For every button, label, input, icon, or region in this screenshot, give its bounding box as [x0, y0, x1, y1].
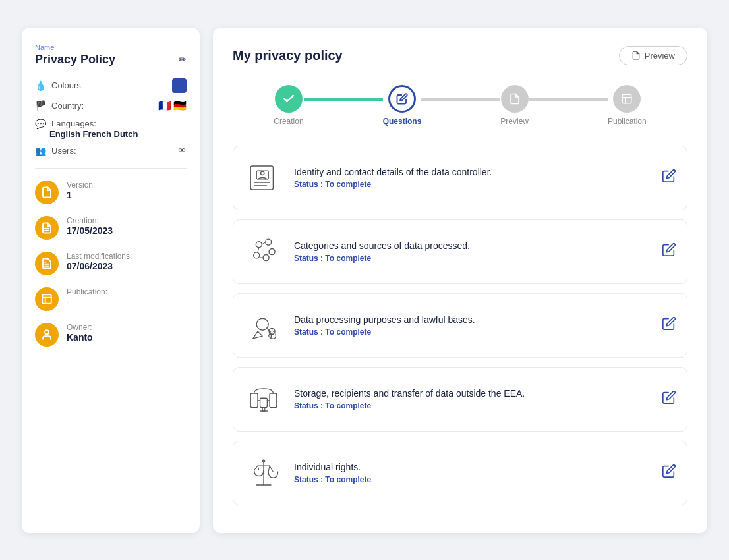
last-mod-text: Last modifications: 07/06/2023	[67, 252, 132, 271]
creation-icon	[35, 216, 59, 240]
divider	[35, 168, 187, 169]
publication-text: Publication: -	[67, 287, 107, 307]
svg-point-16	[256, 241, 262, 247]
check-icon	[282, 92, 295, 105]
languages-row: 💬 Languages: English French Dutch	[35, 119, 187, 139]
card-status-1: Status : To complete	[294, 180, 651, 189]
step-circle-questions	[388, 85, 416, 113]
colours-label: Colours:	[51, 80, 83, 90]
step-label-questions: Questions	[383, 117, 422, 126]
card-icon-2	[244, 232, 283, 271]
creation-text: Creation: 17/05/2023	[67, 216, 113, 236]
svg-rect-33	[270, 393, 277, 408]
edit-icon[interactable]: ✏	[179, 54, 187, 65]
country-row: 🏴 Country: 🇫🇷 🇩🇪	[35, 99, 187, 112]
card-title-2: Categories and sources of data processed…	[294, 240, 651, 251]
edit-card-3[interactable]	[662, 316, 676, 334]
owner-block: Owner: Kanto	[35, 323, 187, 347]
colour-swatch	[172, 78, 187, 93]
question-card-3: Data processing purposes and lawful base…	[233, 293, 687, 358]
edit-card-1[interactable]	[662, 169, 676, 186]
colours-row: 💧 Colours:	[35, 78, 187, 93]
step-preview: Preview	[500, 85, 529, 126]
card-icon-3	[244, 306, 283, 345]
card-content-3: Data processing purposes and lawful base…	[294, 314, 651, 337]
svg-rect-31	[250, 393, 258, 408]
svg-rect-8	[623, 94, 632, 103]
languages-value: English French Dutch	[49, 129, 187, 139]
version-text: Version: 1	[67, 181, 95, 200]
question-card-2: Categories and sources of data processed…	[233, 219, 687, 284]
page-title: My privacy policy	[233, 48, 343, 63]
step-questions: Questions	[383, 85, 422, 126]
publish-icon	[621, 93, 633, 105]
publication-block: Publication: -	[35, 287, 187, 311]
svg-rect-32	[260, 398, 268, 407]
country-icon: 🏴	[35, 100, 46, 111]
step-label-creation: Creation	[274, 117, 303, 126]
right-header: My privacy policy Preview	[233, 46, 687, 65]
users-icon: 👥	[35, 146, 46, 156]
svg-point-13	[261, 171, 264, 175]
colours-icon: 💧	[35, 80, 46, 91]
question-card-4: Storage, recipients and transfer of data…	[233, 367, 687, 432]
svg-line-21	[262, 242, 265, 244]
file-icon	[509, 93, 521, 105]
edit-card-2[interactable]	[662, 242, 676, 260]
owner-text: Owner: Kanto	[67, 323, 93, 343]
flag-fr: 🇫🇷	[158, 99, 171, 112]
stepper: Creation Questions Preview	[233, 85, 687, 126]
step-circle-publication	[613, 85, 641, 113]
languages-icon: 💬	[35, 119, 46, 129]
preview-icon	[631, 51, 641, 60]
preview-button[interactable]: Preview	[619, 46, 687, 65]
svg-line-42	[258, 466, 259, 470]
publication-icon	[35, 287, 59, 311]
card-status-3: Status : To complete	[294, 327, 651, 337]
svg-point-17	[266, 239, 272, 245]
card-status-2: Status : To complete	[294, 254, 651, 263]
owner-icon	[35, 323, 59, 347]
eye-icon[interactable]: 👁	[178, 146, 187, 155]
name-row: Privacy Policy ✏	[35, 53, 187, 67]
policy-name: Privacy Policy	[35, 53, 115, 67]
question-card-5: Individual rights. Status : To complete	[233, 441, 687, 505]
card-title-1: Identity and contact details of the data…	[294, 167, 651, 177]
users-label: Users:	[51, 146, 76, 155]
card-status-4: Status : To complete	[294, 401, 651, 410]
svg-line-44	[270, 466, 273, 472]
creation-block: Creation: 17/05/2023	[35, 216, 187, 240]
card-content-4: Storage, recipients and transfer of data…	[294, 388, 651, 410]
connector-2	[421, 98, 500, 101]
card-content-2: Categories and sources of data processed…	[294, 240, 651, 263]
left-panel: Name Privacy Policy ✏ 💧 Colours: 🏴 Count…	[22, 28, 200, 533]
country-label: Country:	[51, 101, 84, 111]
svg-line-23	[258, 247, 259, 252]
right-panel: My privacy policy Preview Creation	[213, 28, 707, 533]
card-title-5: Individual rights.	[294, 462, 651, 472]
edit-card-5[interactable]	[662, 464, 676, 482]
connector-3	[529, 98, 608, 101]
version-block: Version: 1	[35, 181, 187, 204]
svg-line-41	[254, 466, 258, 470]
card-title-3: Data processing purposes and lawful base…	[294, 314, 651, 325]
languages-label: Languages:	[51, 119, 96, 128]
connector-1	[304, 98, 383, 101]
svg-line-24	[266, 253, 270, 254]
svg-rect-4	[42, 294, 51, 304]
edit-card-4[interactable]	[662, 390, 676, 408]
card-icon-4	[244, 379, 283, 419]
pencil-icon	[396, 93, 408, 105]
card-status-5: Status : To complete	[294, 475, 651, 484]
step-creation: Creation	[274, 85, 303, 126]
svg-point-20	[269, 248, 275, 254]
card-title-4: Storage, recipients and transfer of data…	[294, 388, 651, 399]
svg-point-19	[263, 254, 269, 260]
users-row: 👥 Users: 👁	[35, 146, 187, 156]
step-publication: Publication	[608, 85, 647, 126]
card-icon-5	[244, 453, 283, 493]
card-content-1: Identity and contact details of the data…	[294, 167, 651, 189]
card-icon-1	[244, 158, 283, 198]
question-card-1: Identity and contact details of the data…	[233, 146, 687, 210]
step-circle-preview	[501, 85, 529, 113]
